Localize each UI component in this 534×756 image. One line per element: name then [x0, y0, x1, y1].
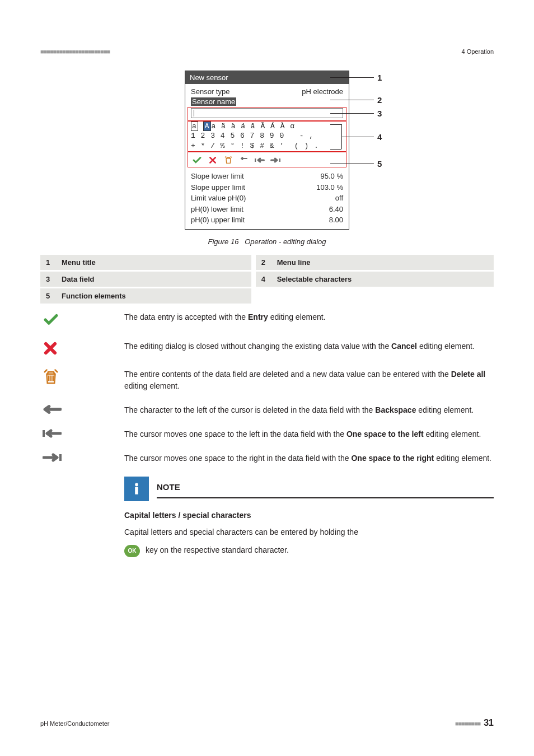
- desc-cancel: The editing dialog is closed without cha…: [124, 340, 494, 352]
- bar-right-icon[interactable]: [270, 155, 280, 165]
- menu-line-highlight: Sensor name: [191, 97, 343, 106]
- list-item: Slope lower limit95.0 %: [191, 171, 343, 182]
- ok-key-icon: OK: [124, 545, 140, 557]
- desc-backspace: The character to the left of the cursor …: [124, 404, 494, 416]
- backspace-icon: [40, 404, 107, 414]
- cross-icon[interactable]: [208, 155, 218, 165]
- svg-rect-2: [43, 430, 45, 437]
- legend-table: 1Menu title 2Menu line 3Data field 4Sele…: [40, 255, 494, 304]
- data-field[interactable]: [191, 108, 343, 118]
- running-head: ■■■■■■■■■■■■■■■■■■■■■■ 4 Operation: [40, 48, 494, 55]
- header-section: 4 Operation: [462, 48, 494, 55]
- note-text-2: OK key on the respective standard charac…: [124, 544, 494, 557]
- info-icon: [124, 477, 149, 501]
- list-item: Sensor type pH electrode: [191, 86, 343, 97]
- list-item: Limit value pH(0)off: [191, 193, 343, 204]
- device-screenshot: New sensor Sensor type pH electrode Sens…: [185, 71, 349, 230]
- selectable-characters: a Aa ä à á â Ã Á À α 1 2 3 4 5 6 7 8 9 0…: [191, 122, 343, 151]
- trash-icon: [40, 368, 107, 385]
- menu-title: New sensor: [185, 71, 349, 84]
- header-marks: ■■■■■■■■■■■■■■■■■■■■■■: [40, 48, 110, 55]
- desc-space-left: The cursor moves one space to the left i…: [124, 428, 494, 440]
- list-item: pH(0) upper limit8.00: [191, 214, 343, 226]
- function-elements: [191, 153, 343, 167]
- svg-rect-3: [59, 454, 62, 461]
- bar-right-icon: [40, 452, 107, 463]
- svg-rect-1: [279, 158, 280, 162]
- svg-rect-5: [135, 487, 138, 494]
- figure-caption: Figure 16 Operation - editing dialog: [40, 237, 494, 246]
- list-item: pH(0) lower limit6.40: [191, 204, 343, 215]
- svg-rect-0: [255, 158, 256, 162]
- desc-delete-all: The entire contents of the data field ar…: [124, 368, 494, 392]
- list-item: Slope upper limit103.0 %: [191, 182, 343, 193]
- note-subtitle: Capital letters / special characters: [124, 509, 494, 521]
- footer-marks: ■■■■■■■■: [455, 720, 480, 727]
- note-text: Capital letters and special characters c…: [124, 526, 494, 538]
- svg-point-4: [135, 483, 138, 486]
- backspace-icon[interactable]: [239, 155, 249, 165]
- desc-space-right: The cursor moves one space to the right …: [124, 452, 494, 464]
- check-icon[interactable]: [192, 155, 202, 165]
- bar-left-icon[interactable]: [255, 155, 265, 165]
- note-box: NOTE Capital letters / special character…: [124, 477, 494, 557]
- desc-entry: The data entry is accepted with the Entr…: [124, 311, 494, 323]
- footer-left: pH Meter/Conductometer: [40, 720, 110, 727]
- cross-icon: [40, 340, 107, 356]
- page-number: 31: [484, 718, 494, 727]
- check-icon: [40, 311, 107, 328]
- page-footer: pH Meter/Conductometer ■■■■■■■■31: [40, 718, 494, 728]
- trash-icon[interactable]: [223, 155, 233, 165]
- bar-left-icon: [40, 428, 107, 438]
- note-title: NOTE: [157, 479, 494, 498]
